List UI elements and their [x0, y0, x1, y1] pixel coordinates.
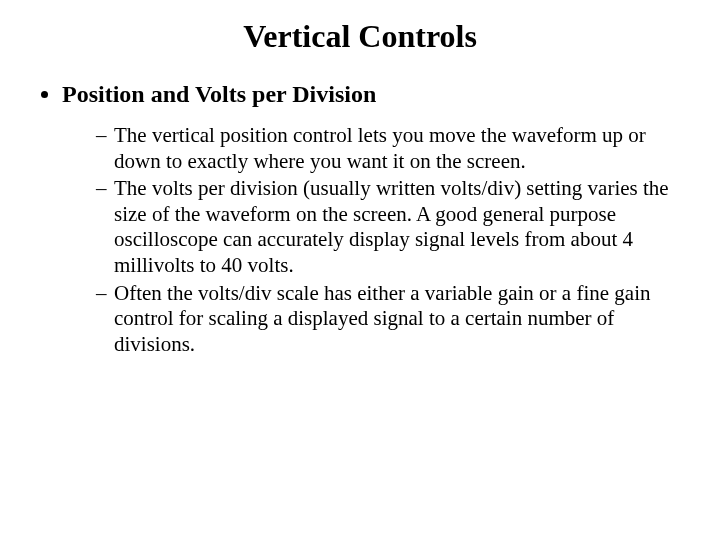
sub-bullet-1: The vertical position control lets you m… — [96, 123, 684, 174]
sub-bullet-list: The vertical position control lets you m… — [62, 123, 684, 357]
slide-title: Vertical Controls — [36, 18, 684, 55]
sub-bullet-3: Often the volts/div scale has either a v… — [96, 281, 684, 358]
sub-bullet-2: The volts per division (usually written … — [96, 176, 684, 278]
bullet-item-1-label: Position and Volts per Division — [62, 81, 376, 107]
slide: Vertical Controls Position and Volts per… — [0, 0, 720, 540]
bullet-list: Position and Volts per Division The vert… — [36, 79, 684, 357]
bullet-item-1: Position and Volts per Division The vert… — [62, 79, 684, 357]
